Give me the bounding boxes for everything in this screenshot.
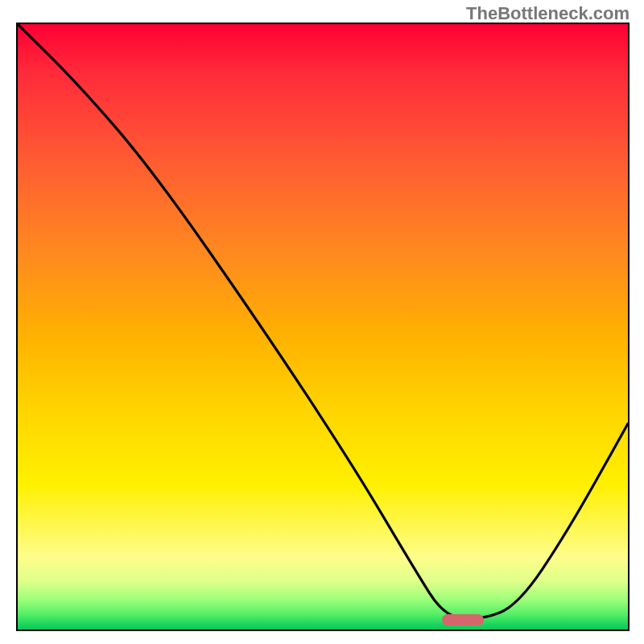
optimal-marker [442,614,484,625]
bottleneck-curve-path [18,24,628,619]
bottleneck-curve-svg [18,24,628,630]
chart-frame [16,23,630,631]
watermark-text: TheBottleneck.com [466,3,630,24]
